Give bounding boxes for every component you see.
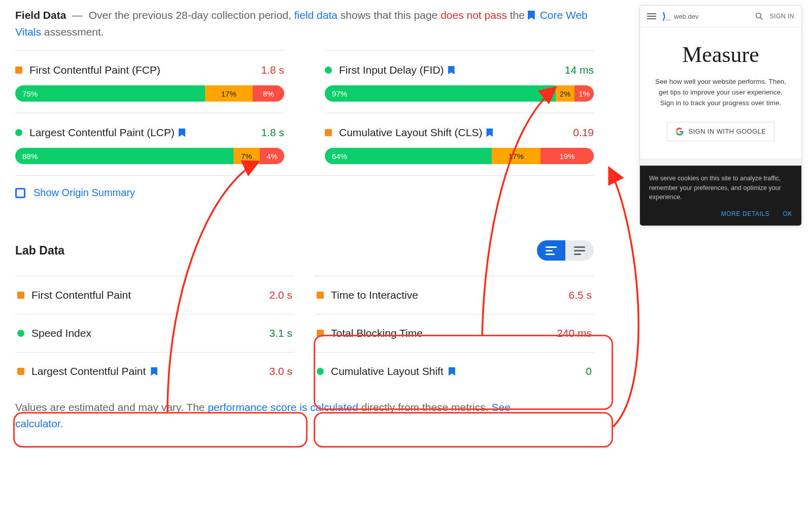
metric-cls: Cumulative Layout Shift (CLS) 0.19 64% 1… [325,113,594,175]
lab-data-title: Lab Data [15,244,64,258]
metric-value: 1.8 s [261,126,284,139]
bookmark-icon [449,367,455,376]
lab-value: 3.1 s [269,327,292,339]
mobile-preview: ⟩_web.dev SIGN IN Measure See how well y… [639,5,802,226]
google-icon [675,128,684,136]
lab-row-si: Speed Index 3.1 s [15,314,294,352]
view-toggle[interactable] [537,240,594,261]
bookmark-icon [486,129,493,137]
cookie-banner: We serve cookies on this site to analyze… [640,166,801,226]
menu-icon[interactable] [647,12,656,21]
lab-value: 6.5 s [568,289,592,301]
cookie-more-details[interactable]: MORE DETAILS [721,209,770,218]
status-icon [17,368,24,375]
metric-fid: First Input Delay (FID) 14 ms 97% 2% 1% [325,50,594,113]
status-icon [15,67,22,74]
distribution-bar: 75% 17% 8% [15,85,284,102]
status-icon [325,67,332,74]
distribution-bar: 97% 2% 1% [325,85,594,102]
perf-score-link[interactable]: performance score is calculated [208,401,358,413]
measure-heading: Measure [651,42,790,68]
distribution-bar: 64% 17% 19% [325,148,594,164]
cookie-ok[interactable]: OK [783,209,792,218]
bookmark-icon [179,129,185,137]
signin-link[interactable]: SIGN IN [770,13,794,20]
status-icon [17,292,24,299]
status-icon [17,330,24,337]
show-origin-summary[interactable]: Show Origin Summary [15,175,594,210]
metric-name: Cumulative Layout Shift (CLS) [339,126,566,139]
status-icon [317,330,324,337]
svg-point-0 [756,13,761,18]
lab-row-tbt: Total Blocking Time 240 ms [315,314,594,352]
lab-row-tti: Time to Interactive 6.5 s [315,276,594,314]
metric-name: First Contentful Paint (FCP) [29,64,254,76]
lab-value: 240 ms [557,327,592,339]
field-data-intro: Field Data — Over the previous 28-day co… [15,7,594,40]
bookmark-icon [448,66,455,75]
lab-row-lcp: Largest Contentful Paint 3.0 s [15,352,294,390]
metric-name: Largest Contentful Paint (LCP) [29,126,254,139]
checkbox-icon[interactable] [15,188,25,198]
bookmark-icon [528,11,535,20]
search-icon[interactable] [755,12,764,21]
distribution-bar: 88% 7% 4% [15,148,284,164]
webdev-logo[interactable]: ⟩_web.dev [662,11,749,22]
status-icon [15,129,22,136]
metric-value: 1.8 s [261,64,284,76]
field-data-title: Field Data [15,9,66,21]
fail-text: does not pass [441,9,507,21]
measure-description: See how well your website performs. Then… [651,77,790,109]
lab-row-fcp: First Contentful Paint 2.0 s [15,276,294,314]
bookmark-icon [151,367,157,376]
view-toggle-right[interactable] [565,240,594,261]
status-icon [317,292,324,299]
signin-google-button[interactable]: SIGN IN WITH GOOGLE [667,122,775,141]
metric-value: 0.19 [573,126,594,139]
field-data-link[interactable]: field data [294,9,337,21]
view-toggle-left[interactable] [537,240,565,261]
lab-value: 2.0 s [269,289,292,301]
status-icon [317,368,324,375]
metric-lcp: Largest Contentful Paint (LCP) 1.8 s 88%… [15,113,284,175]
lab-row-cls: Cumulative Layout Shift 0 [315,352,594,390]
metric-fcp: First Contentful Paint (FCP) 1.8 s 75% 1… [15,50,284,113]
footnote: Values are estimated and may vary. The p… [15,399,548,431]
metric-value: 14 ms [565,64,594,76]
metric-name: First Input Delay (FID) [339,64,558,76]
svg-line-1 [760,17,763,20]
status-icon [325,129,332,136]
lab-value: 0 [586,365,592,377]
lab-value: 3.0 s [269,365,292,377]
